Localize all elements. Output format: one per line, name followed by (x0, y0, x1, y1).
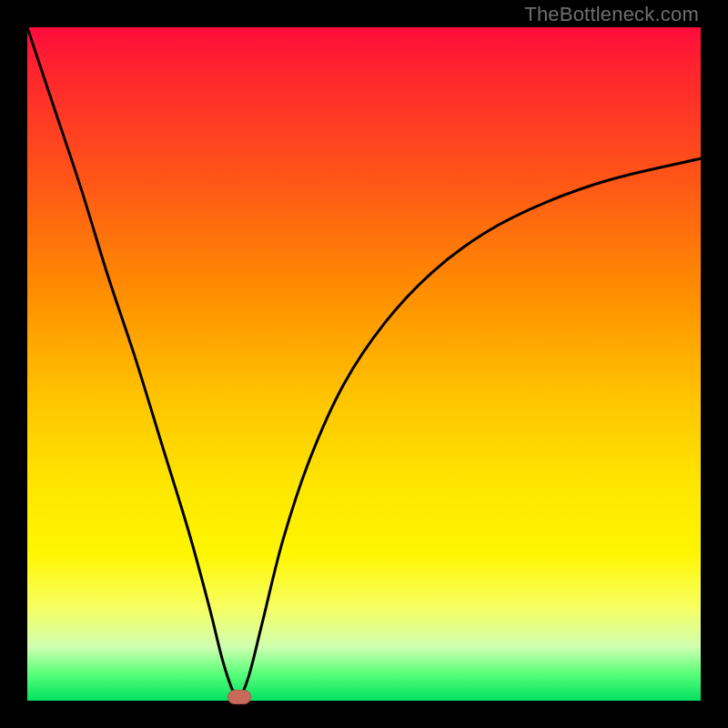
chart-frame: TheBottleneck.com (0, 0, 728, 728)
min-marker (228, 690, 251, 704)
watermark-label: TheBottleneck.com (524, 3, 699, 26)
curve-path (27, 27, 701, 701)
curve-svg (27, 27, 701, 701)
plot-area (27, 27, 701, 701)
